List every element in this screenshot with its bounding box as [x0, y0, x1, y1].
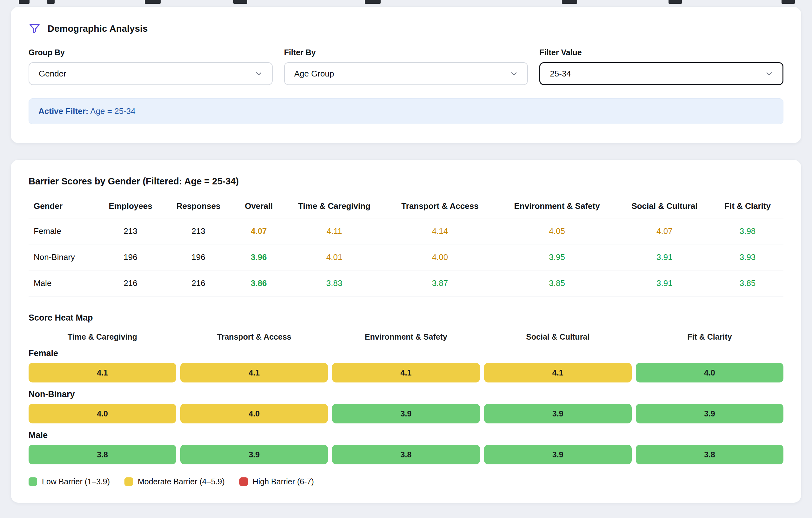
heatmap-column-header-social-cultural: Social & Cultural	[484, 332, 632, 342]
legend-swatch	[239, 478, 248, 486]
legend-label: Low Barrier (1–3.9)	[42, 477, 110, 486]
legend-swatch	[124, 478, 133, 486]
field-label: Group By	[29, 48, 273, 57]
heat-cell: 4.0	[636, 363, 783, 382]
heatmap-group-label: Male	[29, 430, 783, 440]
filter-field: Group By Gender	[29, 48, 273, 85]
heat-cell: 4.1	[29, 363, 176, 382]
barrier-scores-card: Barrier Scores by Gender (Filtered: Age …	[10, 159, 802, 503]
score-cell: 3.87	[383, 270, 497, 296]
heatmap-row: 3.83.93.83.93.8	[29, 445, 783, 464]
legend-item: Moderate Barrier (4–5.9)	[124, 477, 225, 486]
filter-funnel-icon	[29, 23, 40, 35]
score-cell: 3.91	[617, 244, 712, 270]
heatmap-column-header-transport-access: Transport & Access	[180, 332, 328, 342]
legend-swatch	[29, 478, 37, 486]
score-cell: 3.85	[712, 270, 783, 296]
table-header-row: GenderEmployeesResponsesOverallTime & Ca…	[29, 201, 783, 219]
demographic-analysis-card: Demographic Analysis Group By Gender Fil…	[10, 6, 802, 143]
table-row: Non-Binary1961963.964.014.003.953.913.93	[29, 244, 783, 270]
page: Demographic Analysis Group By Gender Fil…	[0, 0, 812, 518]
legend-item: High Barrier (6-7)	[239, 477, 314, 486]
responses-cell: 196	[165, 244, 232, 270]
chevron-down-icon	[510, 70, 518, 78]
heat-cell: 4.1	[180, 363, 328, 382]
column-header-responses: Responses	[165, 201, 232, 219]
score-cell: 3.93	[712, 244, 783, 270]
employees-cell: 213	[96, 219, 165, 244]
legend-item: Low Barrier (1–3.9)	[29, 477, 110, 486]
active-filter-banner: Active Filter: Age = 25-34	[29, 98, 783, 124]
heatmap-row: 4.14.14.14.14.0	[29, 363, 783, 382]
column-header-gender: Gender	[29, 201, 96, 219]
heatmap-column-header-environment-safety: Environment & Safety	[332, 332, 480, 342]
score-cell: 4.07	[617, 219, 712, 244]
column-header-environment-safety: Environment & Safety	[496, 201, 617, 219]
score-cell: 4.05	[496, 219, 617, 244]
heat-cell: 3.9	[484, 404, 632, 424]
active-filter-label: Active Filter:	[38, 106, 89, 116]
column-header-transport-access: Transport & Access	[383, 201, 497, 219]
table-body: Female2132134.074.114.144.054.073.98Non-…	[29, 219, 783, 296]
heat-cell: 4.1	[332, 363, 480, 382]
table-row: Male2162163.863.833.873.853.913.85	[29, 270, 783, 296]
select-group-by[interactable]: Gender	[29, 62, 273, 85]
heatmap-group-label: Female	[29, 348, 783, 358]
overall-cell: 3.86	[232, 270, 285, 296]
gender-cell: Female	[29, 219, 96, 244]
score-cell: 3.98	[712, 219, 783, 244]
select-filter-by[interactable]: Age Group	[284, 62, 528, 85]
barrier-scores-table: GenderEmployeesResponsesOverallTime & Ca…	[29, 201, 783, 296]
heat-cell: 4.0	[180, 404, 328, 424]
select-value: Gender	[39, 69, 66, 79]
score-cell: 3.95	[496, 244, 617, 270]
score-cell: 4.14	[383, 219, 497, 244]
column-header-employees: Employees	[96, 201, 165, 219]
heat-cell: 3.8	[332, 445, 480, 464]
heatmap-group-label: Non-Binary	[29, 390, 783, 399]
gender-cell: Non-Binary	[29, 244, 96, 270]
select-filter-value[interactable]: 25-34	[539, 62, 783, 85]
heat-cell: 3.8	[636, 445, 783, 464]
score-cell: 3.83	[285, 270, 383, 296]
filter-fields: Group By Gender Filter By Age Group Filt…	[29, 48, 783, 85]
overall-cell: 4.07	[232, 219, 285, 244]
legend-label: Moderate Barrier (4–5.9)	[138, 477, 225, 486]
heat-cell: 4.0	[29, 404, 176, 424]
responses-cell: 216	[165, 270, 232, 296]
heatmap-title: Score Heat Map	[29, 313, 783, 323]
column-header-overall: Overall	[232, 201, 285, 219]
filter-field: Filter Value 25-34	[539, 48, 783, 85]
employees-cell: 216	[96, 270, 165, 296]
heat-cell: 3.9	[636, 404, 783, 424]
heat-cell: 3.9	[484, 445, 632, 464]
heat-cell: 4.1	[484, 363, 632, 382]
field-label: Filter By	[284, 48, 528, 57]
card-title-row: Demographic Analysis	[29, 23, 783, 35]
heatmap-legend: Low Barrier (1–3.9) Moderate Barrier (4–…	[29, 477, 783, 486]
overall-cell: 3.96	[232, 244, 285, 270]
field-label: Filter Value	[539, 48, 783, 57]
score-cell: 3.91	[617, 270, 712, 296]
select-value: 25-34	[550, 69, 571, 79]
heatmap-column-headers: Time & CaregivingTransport & AccessEnvir…	[29, 332, 783, 342]
score-cell: 4.00	[383, 244, 497, 270]
heatmap-column-header-time-caregiving: Time & Caregiving	[29, 332, 176, 342]
column-header-fit-clarity: Fit & Clarity	[712, 201, 783, 219]
heatmap-column-header-fit-clarity: Fit & Clarity	[636, 332, 783, 342]
score-cell: 3.85	[496, 270, 617, 296]
heatmap-groups: Female4.14.14.14.14.0Non-Binary4.04.03.9…	[29, 348, 783, 464]
employees-cell: 196	[96, 244, 165, 270]
gender-cell: Male	[29, 270, 96, 296]
heat-cell: 3.9	[332, 404, 480, 424]
legend-label: High Barrier (6-7)	[253, 477, 314, 486]
score-cell: 4.11	[285, 219, 383, 244]
heatmap-row: 4.04.03.93.93.9	[29, 404, 783, 424]
heat-cell: 3.9	[180, 445, 328, 464]
responses-cell: 213	[165, 219, 232, 244]
heat-cell: 3.8	[29, 445, 176, 464]
active-filter-value: Age = 25-34	[90, 106, 135, 116]
filter-field: Filter By Age Group	[284, 48, 528, 85]
barrier-scores-title: Barrier Scores by Gender (Filtered: Age …	[29, 176, 783, 186]
chevron-down-icon	[255, 70, 263, 78]
